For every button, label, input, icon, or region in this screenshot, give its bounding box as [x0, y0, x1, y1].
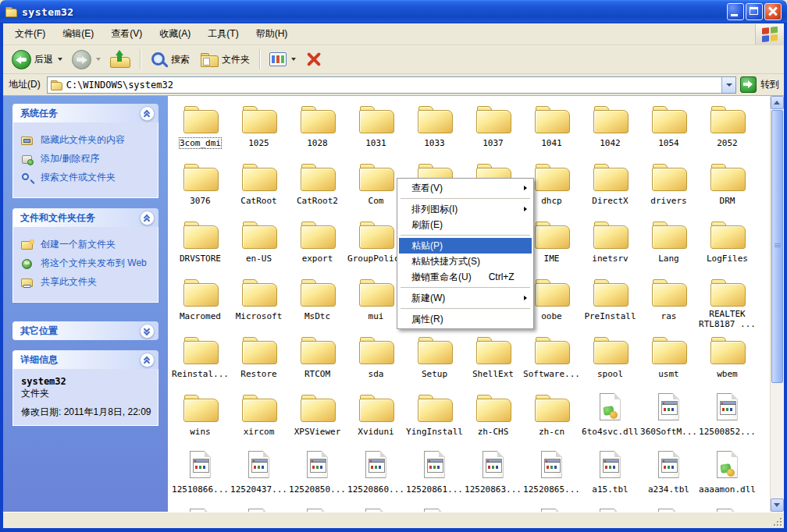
file-item-YingInstall[interactable]: YingInstall	[405, 391, 464, 438]
forward-dropdown-icon[interactable]	[96, 58, 101, 61]
chevron-up-icon[interactable]	[140, 211, 155, 225]
context-menu-item[interactable]: 粘贴快捷方式(S)	[399, 254, 532, 269]
back-dropdown-icon[interactable]	[58, 58, 62, 61]
file-item[interactable]	[639, 506, 698, 512]
file-item-Setup[interactable]: Setup	[405, 333, 464, 380]
up-button[interactable]	[106, 48, 134, 71]
file-item-usmt[interactable]: usmt	[639, 333, 698, 380]
forward-button[interactable]	[68, 48, 105, 72]
task-link[interactable]: 隐藏此文件夹的内容	[21, 134, 153, 147]
menu-item[interactable]: 收藏(A)	[151, 24, 199, 44]
folders-button[interactable]: 文件夹	[195, 49, 254, 69]
file-item-12520865...[interactable]: 12520865...	[522, 449, 581, 495]
file-item[interactable]	[581, 506, 639, 512]
file-item-LogFiles[interactable]: LogFiles	[698, 218, 757, 264]
task-link[interactable]: 添加/删除程序	[21, 153, 153, 165]
file-item-1042[interactable]: 1042	[581, 102, 639, 149]
minimize-button[interactable]	[727, 3, 744, 20]
views-dropdown-icon[interactable]	[291, 58, 296, 61]
context-menu-item[interactable]: 排列图标(I)	[399, 201, 532, 217]
file-item-12520861...[interactable]: 12520861...	[405, 449, 464, 495]
file-item-wbem[interactable]: wbem	[698, 333, 757, 380]
file-item-Xviduni[interactable]: Xviduni	[347, 391, 405, 438]
file-item[interactable]	[347, 506, 405, 512]
file-item-12520850...[interactable]: 12520850...	[288, 449, 347, 495]
file-item-1031[interactable]: 1031	[347, 102, 405, 149]
file-item-1041[interactable]: 1041	[522, 102, 581, 149]
scroll-up-button[interactable]	[771, 96, 784, 109]
context-menu-item[interactable]: 撤销重命名(U)Ctrl+Z	[399, 269, 532, 285]
menu-item[interactable]: 工具(T)	[199, 24, 247, 44]
file-item[interactable]	[522, 506, 581, 512]
file-item-1037[interactable]: 1037	[464, 102, 522, 149]
task-link[interactable]: 共享此文件夹	[21, 276, 153, 289]
resize-grip[interactable]	[772, 516, 782, 527]
task-link[interactable]: 搜索文件或文件夹	[21, 172, 153, 184]
file-item-aaaamon.dll[interactable]: aaaamon.dll	[698, 449, 757, 495]
file-item-12520860...[interactable]: 12520860...	[347, 449, 405, 495]
context-menu-item[interactable]: 刷新(E)	[399, 217, 532, 232]
file-item-12510866...[interactable]: 12510866...	[171, 449, 230, 495]
file-item-RTCOM[interactable]: RTCOM	[288, 333, 347, 380]
file-item-sda[interactable]: sda	[347, 333, 405, 380]
file-item-6to4svc.dll[interactable]: 6to4svc.dll	[581, 391, 639, 438]
file-item[interactable]	[405, 506, 464, 512]
back-button[interactable]: 后退	[8, 48, 66, 72]
file-item-DRVSTORE[interactable]: DRVSTORE	[171, 218, 230, 264]
menu-item[interactable]: 文件(F)	[6, 24, 54, 44]
go-button[interactable]	[740, 76, 757, 93]
file-item-360SoftM...[interactable]: 360SoftM...	[639, 391, 698, 438]
file-item-MsDtc[interactable]: MsDtc	[288, 275, 347, 322]
context-menu-item[interactable]: 粘贴(P)	[399, 238, 532, 254]
task-link[interactable]: 创建一个新文件夹	[21, 239, 153, 251]
file-item[interactable]	[230, 506, 288, 512]
context-menu-item[interactable]: 属性(R)	[399, 311, 532, 327]
file-item-XPSViewer[interactable]: XPSViewer	[288, 391, 347, 438]
file-item-PreInstall[interactable]: PreInstall	[581, 275, 639, 322]
file-item-DRM[interactable]: DRM	[698, 160, 757, 207]
file-item-wins[interactable]: wins	[171, 391, 230, 438]
file-item-ShellExt[interactable]: ShellExt	[464, 333, 522, 380]
file-item-xircom[interactable]: xircom	[230, 391, 288, 438]
pane-header[interactable]: 系统任务	[12, 104, 158, 122]
scrollbar-thumb[interactable]	[771, 110, 783, 383]
search-button[interactable]: 搜索	[146, 48, 194, 71]
file-item-Macromed[interactable]: Macromed	[171, 275, 230, 322]
file-item[interactable]	[464, 506, 522, 512]
file-item-1025[interactable]: 1025	[230, 102, 288, 149]
broken-toolbar-icon[interactable]	[304, 50, 323, 69]
file-item-12500852...[interactable]: 12500852...	[698, 391, 757, 438]
file-item-Lang[interactable]: Lang	[639, 218, 698, 264]
maximize-button[interactable]	[746, 3, 763, 20]
file-item-Reinstal...[interactable]: Reinstal...	[171, 333, 230, 380]
file-item-Restore[interactable]: Restore	[230, 333, 288, 380]
file-item-3076[interactable]: 3076	[171, 160, 230, 207]
title-bar[interactable]: system32	[0, 0, 787, 23]
file-item-CatRoot2[interactable]: CatRoot2	[288, 160, 347, 207]
file-item-3com_dmi[interactable]: 3com_dmi	[171, 102, 230, 149]
menu-item[interactable]: 帮助(H)	[247, 24, 297, 44]
file-item-ras[interactable]: ras	[639, 275, 698, 322]
file-item-12520863...[interactable]: 12520863...	[464, 449, 522, 495]
file-item-1033[interactable]: 1033	[405, 102, 464, 149]
file-item-DirectX[interactable]: DirectX	[581, 160, 639, 207]
file-item-Microsoft[interactable]: Microsoft	[230, 275, 288, 322]
file-item-a234.tbl[interactable]: a234.tbl	[639, 449, 698, 495]
close-button[interactable]	[764, 3, 782, 20]
chevron-up-icon[interactable]	[140, 106, 155, 121]
file-item-drivers[interactable]: drivers	[639, 160, 698, 207]
file-item-REALTEK RTL8187 ...[interactable]: REALTEK RTL8187 ...	[698, 275, 757, 330]
file-item-spool[interactable]: spool	[581, 333, 639, 380]
file-item-12520437...[interactable]: 12520437...	[230, 449, 288, 495]
pane-header[interactable]: 文件和文件夹任务	[12, 208, 158, 227]
pane-header[interactable]: 详细信息	[12, 350, 158, 369]
file-item-1054[interactable]: 1054	[639, 102, 698, 149]
vertical-scrollbar[interactable]	[770, 96, 784, 512]
file-item-inetsrv[interactable]: inetsrv	[581, 218, 639, 264]
address-dropdown-button[interactable]	[721, 77, 735, 93]
file-item-export[interactable]: export	[288, 218, 347, 264]
address-input[interactable]: C:\WINDOWS\system32	[47, 76, 736, 94]
file-item-2052[interactable]: 2052	[698, 102, 757, 149]
file-item-Software...[interactable]: Software...	[522, 333, 581, 380]
chevron-down-icon[interactable]	[140, 324, 155, 339]
